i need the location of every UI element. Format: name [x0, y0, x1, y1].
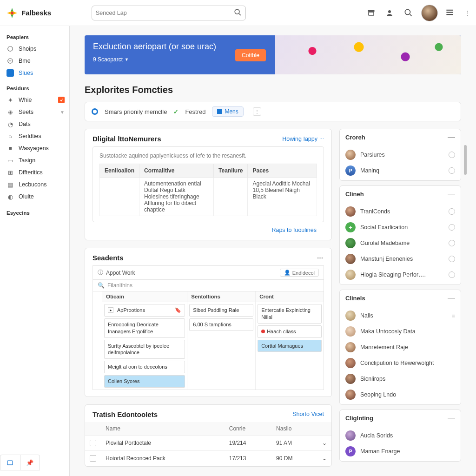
archive-icon[interactable] — [365, 7, 377, 19]
kcell[interactable]: Haach cllass — [258, 325, 322, 338]
sidebar-item[interactable]: Slues — [0, 67, 69, 79]
svg-point-4 — [388, 10, 391, 13]
table-row[interactable]: Plovilal Portloctale19/21491 AM⌄ — [85, 435, 331, 450]
table-row[interactable]: Hoiortal Reconced Pack17/21390 DM⌄ — [85, 450, 331, 466]
side-row[interactable]: PMaman Enarge — [340, 443, 461, 459]
chevron-down-icon[interactable]: ⌄ — [317, 435, 331, 450]
kcell[interactable]: Enroopoling Deoricate Inanagers Ergolifi… — [104, 318, 185, 338]
side-row-label: Gurolal Madebame — [360, 240, 410, 246]
side-row[interactable]: Aucia Sorids — [340, 428, 461, 443]
side-row[interactable]: Hiogla Sleaging Perfor…. — [340, 267, 461, 283]
sidebar-item-label: Olulte — [19, 193, 34, 200]
side-row[interactable]: Seoping Lndo — [340, 387, 461, 403]
sidebar-item[interactable]: ■Wasyagens — [0, 142, 69, 154]
ring-icon[interactable] — [449, 152, 455, 158]
sidebar-item[interactable]: Shoips — [0, 43, 69, 55]
collapse-icon[interactable]: — — [448, 133, 455, 141]
collapse-icon[interactable]: — — [448, 190, 455, 198]
ring-icon[interactable] — [449, 224, 455, 231]
chip-endldecol[interactable]: 👤Endldecol — [280, 269, 319, 277]
side-row[interactable]: Conclipution to Rewerwolght — [340, 355, 461, 371]
side-row-label: Nalls — [360, 312, 373, 319]
ring-icon[interactable] — [449, 271, 455, 278]
expand-icon[interactable]: ▸ — [108, 307, 113, 313]
digital-card-link[interactable]: Howing Iappy⋯ — [282, 136, 324, 142]
filter-pill-mens[interactable]: Mens — [212, 106, 243, 117]
sidebar-item[interactable]: ◔Dats — [0, 118, 69, 130]
collapse-icon[interactable]: — — [448, 414, 455, 422]
equals-icon[interactable]: ≡ — [451, 312, 455, 319]
scrollbar[interactable] — [464, 145, 467, 175]
digital-refs-link[interactable]: Raps to fuoulines — [93, 222, 324, 233]
dock-pin-icon[interactable]: 📌 — [20, 455, 40, 470]
side-row[interactable]: TranlConds — [340, 204, 461, 219]
kcell[interactable]: Entercatle Expinicting Niilal — [258, 304, 322, 324]
kcell-selected[interactable]: Corttal Mamagues — [258, 340, 322, 352]
sidebar-icon: ⊞ — [7, 169, 14, 176]
avatar-icon — [345, 206, 356, 217]
sidebar-item[interactable]: ⊕Seets▼ — [0, 106, 69, 118]
search-input[interactable] — [96, 10, 234, 16]
chevron-down-icon[interactable]: ⌄ — [317, 450, 331, 466]
sidebar-item[interactable]: ⊞Dffteritics — [0, 166, 69, 178]
search-icon[interactable] — [234, 8, 242, 18]
filter-more-button[interactable]: ⋮ — [253, 107, 261, 116]
svg-rect-2 — [368, 10, 374, 12]
user-icon[interactable] — [384, 7, 395, 19]
appot-label: Appot Work — [106, 270, 135, 276]
side-row[interactable]: Manstunj Enenenies — [340, 251, 461, 267]
side-row-label: Aucia Sorids — [360, 432, 393, 439]
brand-area[interactable]: Falbesks — [6, 7, 92, 20]
sidebar-item[interactable]: ▤Lecbucons — [0, 178, 69, 191]
overflow-icon[interactable]: ⋮ — [464, 9, 470, 16]
kcell[interactable]: Surtty Asscobtel by ipeolee deifmpolalnc… — [104, 340, 185, 359]
sidebar-item[interactable]: ✦Whie — [0, 94, 69, 106]
checkbox[interactable] — [90, 440, 96, 446]
bookmark-icon[interactable]: 🔖 — [175, 307, 181, 314]
side-row[interactable]: Manretement Raje — [340, 339, 461, 355]
filter-radio[interactable] — [92, 108, 98, 115]
chevron-down-icon: ▼ — [60, 110, 65, 115]
ring-icon[interactable] — [449, 256, 455, 262]
seadents-title: Seadents — [93, 254, 124, 262]
sidebar-item[interactable]: ⌂Serldties — [0, 130, 69, 142]
seadents-more-icon[interactable]: ⋯ — [317, 254, 324, 261]
side-row[interactable]: +Social Exarlication — [340, 219, 461, 235]
sidebar-item[interactable]: ◐Olulte — [0, 191, 69, 203]
side-row[interactable]: PManinq — [340, 163, 461, 178]
side-row-label: Manstunj Enenenies — [360, 256, 413, 262]
ring-icon[interactable] — [449, 240, 455, 246]
search-input-wrap[interactable] — [92, 6, 246, 20]
sidebar-item[interactable]: ▭Tasign — [0, 154, 69, 166]
menu-icon[interactable] — [445, 8, 454, 18]
kcell[interactable]: Meiglt al oon to deocolons — [104, 361, 185, 373]
kcell[interactable]: 6,00 S tampfions — [189, 318, 253, 331]
filter-option-festred[interactable]: Festred — [185, 108, 205, 115]
side-row[interactable]: Sicnlirops — [340, 371, 461, 387]
th-3: Teanllure — [214, 164, 248, 178]
sidebar-item[interactable]: Bme — [0, 55, 69, 67]
collapse-icon[interactable]: — — [448, 294, 455, 302]
banner-cta-button[interactable]: Cottble — [235, 49, 266, 61]
kcell[interactable]: ▸ApProotions🔖 — [104, 304, 185, 317]
td: Agecial Aodittic Mochal 10,5 Bleanel Näi… — [248, 178, 317, 216]
avatar-icon — [345, 270, 356, 280]
ring-icon[interactable] — [449, 208, 455, 215]
dock-window-icon[interactable] — [0, 455, 20, 470]
kcell-selected[interactable]: Coilen Syores — [104, 375, 185, 388]
avatar-icon — [345, 430, 356, 441]
cell-name: Hoiortal Reconced Pack — [101, 450, 225, 466]
topbar-search-icon[interactable] — [403, 7, 414, 19]
side-row[interactable]: Nalls≡ — [340, 308, 461, 324]
user-avatar[interactable] — [421, 5, 438, 21]
filter-option-primary[interactable]: Smars prionily memclle — [105, 108, 167, 115]
avatar-icon — [345, 238, 356, 248]
ring-icon[interactable] — [449, 167, 455, 174]
seadents-filter-row[interactable]: 🔍Filanlthins — [93, 280, 324, 291]
side-row[interactable]: Gurolal Madebame — [340, 235, 461, 251]
checkbox[interactable] — [90, 455, 96, 462]
tlist-link[interactable]: Shorto Vicet — [292, 411, 324, 417]
side-row[interactable]: Maka Untocosiy Data — [340, 324, 461, 339]
kcell[interactable]: Sibed Psddling Rale — [189, 304, 253, 317]
side-row[interactable]: Parsiures — [340, 147, 461, 163]
